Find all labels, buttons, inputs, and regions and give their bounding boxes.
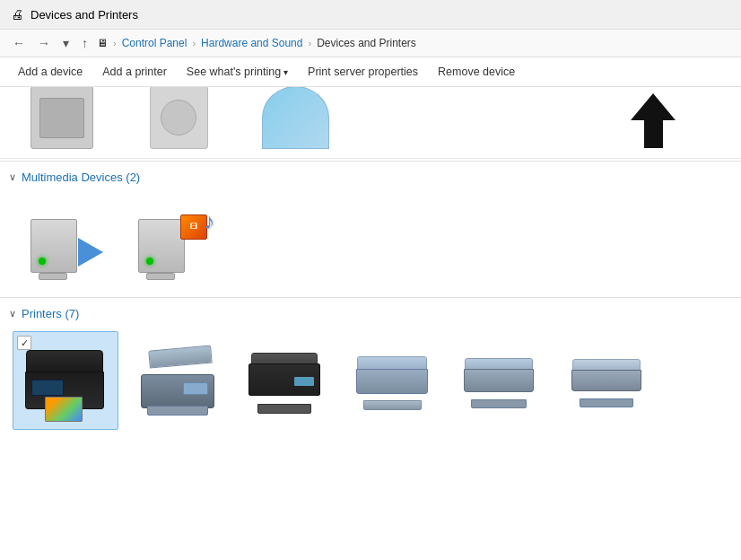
dropdown-arrow-icon: ▾ bbox=[283, 67, 288, 77]
addressbar: ← → ▾ ↑ 🖥 › Control Panel › Hardware and… bbox=[0, 30, 741, 57]
partial-device-1[interactable] bbox=[13, 87, 111, 153]
printers-device-grid: ✓ bbox=[0, 324, 741, 441]
titlebar-icon: 🖨 bbox=[11, 7, 23, 22]
breadcrumb-icon: 🖥 bbox=[97, 37, 108, 49]
printers-section-header[interactable]: ∨ Printers (7) bbox=[0, 300, 741, 324]
printer-6[interactable] bbox=[558, 331, 657, 421]
printer-5[interactable] bbox=[450, 331, 549, 421]
printer-2[interactable] bbox=[127, 331, 226, 421]
breadcrumb-sep-2: › bbox=[192, 38, 196, 48]
toolbar: Add a device Add a printer See what's pr… bbox=[0, 57, 741, 87]
printer-3-icon bbox=[248, 349, 320, 416]
multimedia-collapse-icon: ∨ bbox=[9, 171, 16, 183]
partial-devices-section bbox=[0, 87, 741, 159]
printer-5-icon bbox=[464, 349, 536, 416]
forward-button[interactable]: → bbox=[34, 34, 54, 52]
printers-divider bbox=[0, 297, 741, 298]
printer-2-icon bbox=[141, 349, 213, 416]
titlebar-title: Devices and Printers bbox=[31, 8, 138, 22]
add-device-button[interactable]: Add a device bbox=[9, 61, 92, 83]
printer-1[interactable]: ✓ bbox=[13, 331, 118, 430]
printer-4-icon bbox=[356, 349, 428, 416]
printer-1-checkbox: ✓ bbox=[17, 336, 31, 350]
printers-collapse-icon: ∨ bbox=[9, 308, 16, 319]
multimedia-device-grid: 🎞 ♪ bbox=[0, 188, 741, 295]
print-server-properties-button[interactable]: Print server properties bbox=[299, 61, 427, 83]
back-button[interactable]: ← bbox=[9, 34, 29, 52]
multimedia-device-2[interactable]: 🎞 ♪ bbox=[120, 195, 219, 284]
partial-device-3[interactable] bbox=[246, 87, 344, 153]
multimedia-divider bbox=[0, 161, 741, 162]
printers-section: ∨ Printers (7) ✓ bbox=[0, 297, 741, 441]
up-arrow-icon bbox=[629, 92, 678, 153]
recent-button[interactable]: ▾ bbox=[59, 34, 73, 52]
content-area: ∨ Multimedia Devices (2) bbox=[0, 87, 741, 553]
breadcrumb-sep-1: › bbox=[113, 38, 117, 48]
titlebar: 🖨 Devices and Printers bbox=[0, 0, 741, 30]
partial-device-2[interactable] bbox=[129, 87, 228, 153]
breadcrumb-devices-printers: Devices and Printers bbox=[317, 37, 416, 49]
multimedia-device-1[interactable] bbox=[13, 195, 111, 284]
partial-device-row bbox=[0, 87, 741, 159]
printer-3[interactable] bbox=[235, 331, 334, 421]
svg-marker-0 bbox=[631, 93, 676, 148]
up-button[interactable]: ↑ bbox=[78, 34, 92, 52]
breadcrumb-control-panel[interactable]: Control Panel bbox=[122, 37, 187, 49]
see-whats-printing-button[interactable]: See what's printing ▾ bbox=[178, 61, 297, 83]
remove-device-button[interactable]: Remove device bbox=[429, 61, 524, 83]
printer-4[interactable] bbox=[343, 331, 441, 421]
printer-6-icon bbox=[571, 349, 643, 416]
multimedia-section-label: Multimedia Devices (2) bbox=[22, 171, 140, 184]
printers-section-label: Printers (7) bbox=[22, 307, 79, 320]
printer-1-icon bbox=[23, 348, 109, 424]
breadcrumb-sep-3: › bbox=[308, 38, 311, 48]
breadcrumb-hardware-sound[interactable]: Hardware and Sound bbox=[201, 37, 302, 49]
multimedia-device-2-icon: 🎞 ♪ bbox=[134, 213, 205, 280]
multimedia-section-header[interactable]: ∨ Multimedia Devices (2) bbox=[0, 163, 741, 188]
multimedia-device-1-icon bbox=[26, 213, 98, 280]
add-printer-button[interactable]: Add a printer bbox=[93, 61, 176, 83]
multimedia-section: ∨ Multimedia Devices (2) bbox=[0, 161, 741, 295]
